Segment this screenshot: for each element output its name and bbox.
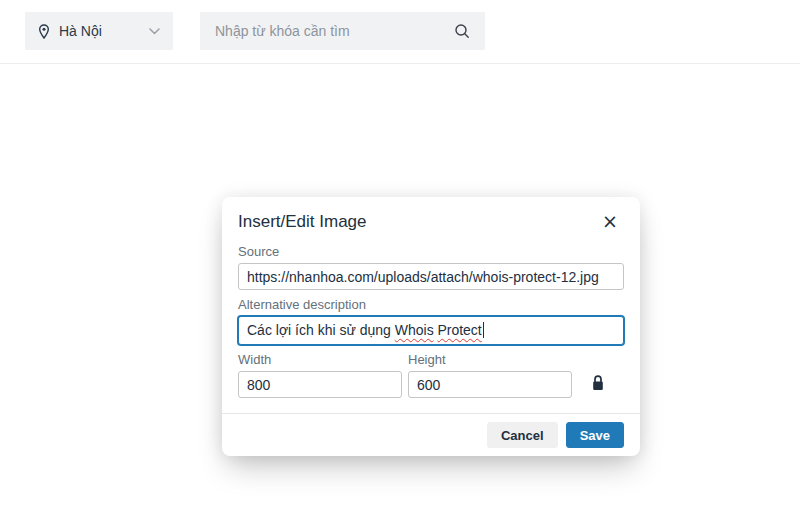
constrain-proportions: [572, 345, 624, 398]
width-label: Width: [238, 352, 402, 367]
cancel-button[interactable]: Cancel: [487, 422, 558, 448]
alt-description-label: Alternative description: [238, 297, 624, 312]
close-icon[interactable]: ×: [596, 210, 624, 233]
alt-text: Các lợi ích khi sử dụng: [247, 322, 395, 338]
search-icon: [454, 23, 470, 39]
insert-edit-image-dialog: Insert/Edit Image × Source Alternative d…: [222, 197, 640, 456]
search-input[interactable]: [215, 23, 446, 39]
location-label: Hà Nội: [59, 23, 102, 39]
dialog-body: Source Alternative description Các lợi í…: [222, 235, 640, 398]
dialog-title: Insert/Edit Image: [238, 212, 367, 232]
dialog-header: Insert/Edit Image ×: [222, 197, 640, 235]
page: Hà Nội Insert/Edit Image × Source: [0, 0, 800, 521]
height-input[interactable]: [408, 371, 572, 398]
topbar-divider: [0, 63, 800, 64]
size-row: Width Height: [238, 345, 624, 398]
width-input[interactable]: [238, 371, 402, 398]
alt-description-input[interactable]: Các lợi ích khi sử dụng WhoisProtect: [238, 316, 624, 345]
lock-icon[interactable]: [589, 372, 607, 394]
height-field: Height: [408, 345, 572, 398]
location-selector[interactable]: Hà Nội: [25, 12, 173, 50]
width-field: Width: [238, 345, 402, 398]
misspelled-word: Whois: [395, 322, 434, 338]
map-pin-icon: [38, 24, 50, 39]
source-label: Source: [238, 244, 624, 259]
dialog-footer: Cancel Save: [222, 413, 640, 456]
search-button[interactable]: [454, 23, 470, 39]
height-label: Height: [408, 352, 572, 367]
save-button[interactable]: Save: [566, 422, 624, 448]
misspelled-word: Protect: [437, 322, 481, 338]
search-box: [200, 12, 485, 50]
source-input[interactable]: [238, 263, 624, 290]
text-caret: [483, 322, 484, 338]
chevron-down-icon: [149, 28, 160, 35]
